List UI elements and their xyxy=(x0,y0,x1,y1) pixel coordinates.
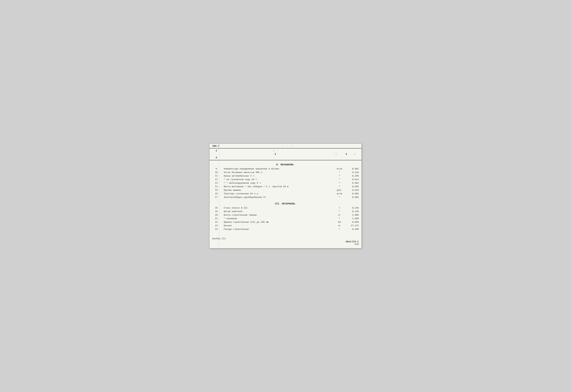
row-description: Болты строительные черные xyxy=(223,214,331,216)
bottom-right: 4924/III-С 649 xyxy=(345,240,359,246)
table-row: 24Гвозди строительные"0,486 xyxy=(210,227,361,231)
row-unit: " xyxy=(331,182,348,184)
table-row: I8Сталь класса А-IIIт0,246 xyxy=(210,206,361,210)
doc-header: 305-7 - - xyxy=(210,144,361,149)
row-unit: " xyxy=(331,228,348,231)
row-description: " на гусеничном ходу I0 т. xyxy=(223,178,331,181)
row-unit: " xyxy=(331,185,348,188)
row-unit: руб. xyxy=(331,189,348,192)
row-unit: кг xyxy=(331,224,348,227)
vertical-rule xyxy=(219,144,219,248)
album-note: Альбом III. xyxy=(212,238,359,240)
row-value: 0,005 xyxy=(348,196,361,199)
row-number: 20 xyxy=(210,214,223,216)
row-description: Бензин xyxy=(223,224,331,227)
row-unit: " xyxy=(331,217,348,220)
row-number: I8 xyxy=(210,207,223,209)
row-number: I9 xyxy=(210,210,223,213)
table-body: П. МЕХАНИЗМЫ.9Компрессоры передвижные пр… xyxy=(210,160,361,234)
col-header-1: I xyxy=(210,149,223,153)
row-value: 0,289 xyxy=(348,175,361,177)
row-description: " анкерные xyxy=(223,217,331,220)
row-value: 0,004 xyxy=(348,182,361,184)
row-description: Гвозди строительные xyxy=(223,228,331,231)
section-title: П. МЕХАНИЗМЫ. xyxy=(210,162,361,167)
row-value: I,080 xyxy=(348,214,361,216)
row-description: Мачты монтажные / без лебедки / 5 т. выс… xyxy=(223,185,331,188)
row-description: Прочие машины xyxy=(223,189,331,192)
row-unit: " xyxy=(331,171,348,174)
table-row: 20Болты строительные черныекгI,080 xyxy=(210,213,361,217)
doc-number: 305-7 xyxy=(212,145,219,147)
row-value: 0,226 xyxy=(348,210,361,213)
row-description: Краны автомобильные 3 т. xyxy=(223,175,331,177)
table-row: 22Бревна строительные IIIс до 240 ммм30,… xyxy=(210,220,361,224)
table-row: I3" " железнодорожном ходу 6 т."0,004 xyxy=(210,181,361,185)
row-number: 24 xyxy=(210,228,223,231)
row-unit: м3 xyxy=(331,221,348,224)
row-value: 0,001 xyxy=(348,168,361,170)
row-number: I7 xyxy=(210,196,223,199)
row-number: I4 xyxy=(210,185,223,188)
row-number: I5 xyxy=(210,189,223,192)
row-number: 9 xyxy=(210,168,223,170)
row-value: 37,472 xyxy=(348,224,361,227)
row-description: Сталь класса А-III xyxy=(223,207,331,209)
row-description: Битум нефтяной xyxy=(223,210,331,213)
row-value: 0,486 xyxy=(348,228,361,231)
header-dashes: - - xyxy=(219,145,359,147)
table-row: I0Котлы битумные емкостью 400 л."0,416 xyxy=(210,171,361,174)
row-description: Тракторы гусеничные 54 л.с. xyxy=(223,192,331,195)
col-header-sep1: : xyxy=(223,149,324,153)
table-row: I5Прочие машиныруб.0,528 xyxy=(210,188,361,192)
row-unit: т xyxy=(331,207,348,209)
table-row: IIКраны автомобильные 3 т."0,289 xyxy=(210,174,361,178)
row-description: Компрессоры передвижные прицепные 6 м3/м… xyxy=(223,168,331,170)
row-number: I2 xyxy=(210,178,223,181)
row-value: 0,009 xyxy=(348,221,361,224)
row-description: " " железнодорожном ходу 6 т. xyxy=(223,182,331,184)
table-row: I7Электролебедки однобарабанные 5т"0,005 xyxy=(210,196,361,199)
row-value: I,600 xyxy=(348,217,361,220)
column-headers: I : 2 : 3 : 4 xyxy=(210,149,361,160)
table-row: 23Бензинкг37,472 xyxy=(210,224,361,227)
row-unit: " xyxy=(331,178,348,181)
col-header-2: 2 xyxy=(223,153,328,156)
page-container: 305-7 - - I : 2 : 3 : 4 П. МЕХАНИЗМЫ.9Ко… xyxy=(209,144,362,248)
footer-area: Альбом III. xyxy=(210,234,361,242)
col-header-sep2: : xyxy=(328,153,344,156)
col-header-3: 3 xyxy=(344,153,348,156)
row-value: 0,416 xyxy=(348,171,361,174)
row-unit: кг xyxy=(331,214,348,216)
col-header-sep3: : xyxy=(348,153,361,156)
row-unit: м/см xyxy=(331,168,348,170)
doc-page: 649 xyxy=(345,243,359,246)
table-row: I4Мачты монтажные / без лебедки / 5 т. в… xyxy=(210,185,361,188)
row-unit: " xyxy=(331,210,348,213)
row-unit: " xyxy=(331,196,348,199)
row-description: Бревна строительные IIIс до 240 мм xyxy=(223,221,331,224)
row-number: I0 xyxy=(210,171,223,174)
table-row: 2I" анкерные"I,600 xyxy=(210,217,361,220)
row-value: 0,005 xyxy=(348,185,361,188)
col-header-4: 4 xyxy=(210,156,223,159)
table-row: I9Битум нефтяной"0,226 xyxy=(210,210,361,213)
row-value: 0,014 xyxy=(348,178,361,181)
row-value: 0,528 xyxy=(348,189,361,192)
row-number: II xyxy=(210,175,223,177)
row-number: I3 xyxy=(210,182,223,184)
row-value: 0,005 xyxy=(348,192,361,195)
table-row: I2" на гусеничном ходу I0 т."0,014 xyxy=(210,178,361,181)
doc-code: 4924/III-С xyxy=(345,240,359,243)
row-value: 0,246 xyxy=(348,207,361,209)
table-row: 9Компрессоры передвижные прицепные 6 м3/… xyxy=(210,167,361,171)
row-description: Котлы битумные емкостью 400 л. xyxy=(223,171,331,174)
row-unit: м/см xyxy=(331,192,348,195)
section-title: III. МАТЕРИАЛЫ. xyxy=(210,201,361,206)
row-number: 2I xyxy=(210,217,223,220)
row-number: 22 xyxy=(210,221,223,224)
row-unit: " xyxy=(331,175,348,177)
row-number: 23 xyxy=(210,224,223,227)
row-number: I6 xyxy=(210,192,223,195)
table-row: I6Тракторы гусеничные 54 л.с.м/см0,005 xyxy=(210,192,361,196)
